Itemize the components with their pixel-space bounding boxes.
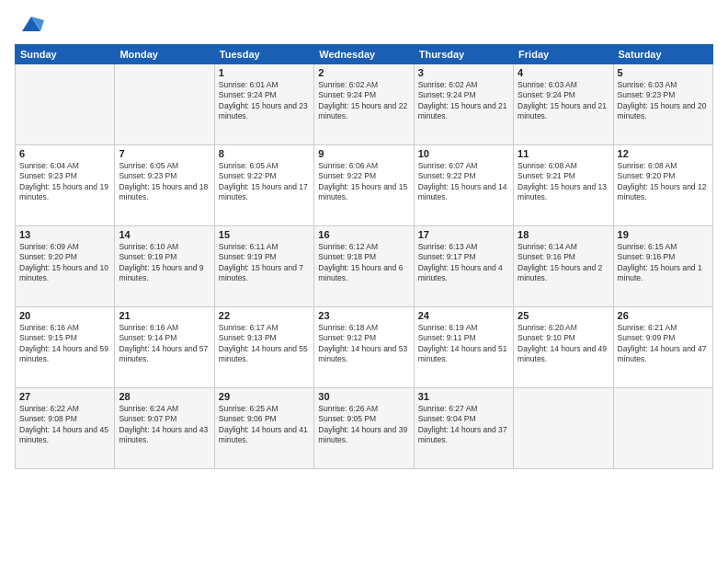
day-number: 21 xyxy=(119,310,210,321)
day-number: 11 xyxy=(518,148,609,159)
day-info: Sunrise: 6:03 AM Sunset: 9:23 PM Dayligh… xyxy=(618,80,709,122)
day-info: Sunrise: 6:24 AM Sunset: 9:07 PM Dayligh… xyxy=(119,404,210,446)
day-number: 6 xyxy=(19,148,110,159)
day-info: Sunrise: 6:27 AM Sunset: 9:04 PM Dayligh… xyxy=(418,404,509,446)
weekday-header: Sunday xyxy=(16,45,115,64)
calendar-cell: 17Sunrise: 6:13 AM Sunset: 9:17 PM Dayli… xyxy=(414,226,513,307)
day-info: Sunrise: 6:14 AM Sunset: 9:16 PM Dayligh… xyxy=(518,242,609,284)
calendar-cell: 28Sunrise: 6:24 AM Sunset: 9:07 PM Dayli… xyxy=(115,388,214,469)
calendar-cell: 27Sunrise: 6:22 AM Sunset: 9:08 PM Dayli… xyxy=(16,388,115,469)
day-info: Sunrise: 6:22 AM Sunset: 9:08 PM Dayligh… xyxy=(19,404,110,446)
calendar-week-row: 27Sunrise: 6:22 AM Sunset: 9:08 PM Dayli… xyxy=(16,388,713,469)
day-info: Sunrise: 6:19 AM Sunset: 9:11 PM Dayligh… xyxy=(418,323,509,365)
calendar-cell: 1Sunrise: 6:01 AM Sunset: 9:24 PM Daylig… xyxy=(214,64,313,145)
day-info: Sunrise: 6:10 AM Sunset: 9:19 PM Dayligh… xyxy=(119,242,210,284)
calendar-cell: 25Sunrise: 6:20 AM Sunset: 9:10 PM Dayli… xyxy=(514,307,613,388)
day-info: Sunrise: 6:07 AM Sunset: 9:22 PM Dayligh… xyxy=(418,161,509,203)
calendar-cell: 24Sunrise: 6:19 AM Sunset: 9:11 PM Dayli… xyxy=(414,307,513,388)
day-number: 22 xyxy=(219,310,310,321)
calendar-cell: 11Sunrise: 6:08 AM Sunset: 9:21 PM Dayli… xyxy=(514,145,613,226)
day-number: 7 xyxy=(119,148,210,159)
day-number: 13 xyxy=(19,229,110,240)
calendar: SundayMondayTuesdayWednesdayThursdayFrid… xyxy=(15,44,713,469)
page: SundayMondayTuesdayWednesdayThursdayFrid… xyxy=(0,0,728,563)
calendar-cell: 5Sunrise: 6:03 AM Sunset: 9:23 PM Daylig… xyxy=(613,64,712,145)
weekday-header: Wednesday xyxy=(314,45,414,64)
day-info: Sunrise: 6:13 AM Sunset: 9:17 PM Dayligh… xyxy=(418,242,509,284)
day-number: 15 xyxy=(219,229,310,240)
calendar-week-row: 1Sunrise: 6:01 AM Sunset: 9:24 PM Daylig… xyxy=(16,64,713,145)
day-info: Sunrise: 6:11 AM Sunset: 9:19 PM Dayligh… xyxy=(219,242,310,284)
day-info: Sunrise: 6:18 AM Sunset: 9:12 PM Dayligh… xyxy=(318,323,409,365)
weekday-header: Thursday xyxy=(414,45,513,64)
day-number: 23 xyxy=(318,310,409,321)
day-info: Sunrise: 6:06 AM Sunset: 9:22 PM Dayligh… xyxy=(318,161,409,203)
day-info: Sunrise: 6:04 AM Sunset: 9:23 PM Dayligh… xyxy=(19,161,110,203)
calendar-cell: 15Sunrise: 6:11 AM Sunset: 9:19 PM Dayli… xyxy=(214,226,313,307)
day-number: 24 xyxy=(418,310,509,321)
day-number: 4 xyxy=(518,67,609,78)
day-info: Sunrise: 6:03 AM Sunset: 9:24 PM Dayligh… xyxy=(518,80,609,122)
weekday-header: Monday xyxy=(115,45,214,64)
calendar-cell: 14Sunrise: 6:10 AM Sunset: 9:19 PM Dayli… xyxy=(115,226,214,307)
calendar-cell: 7Sunrise: 6:05 AM Sunset: 9:23 PM Daylig… xyxy=(115,145,214,226)
day-number: 3 xyxy=(418,67,509,78)
calendar-cell: 23Sunrise: 6:18 AM Sunset: 9:12 PM Dayli… xyxy=(314,307,414,388)
day-info: Sunrise: 6:08 AM Sunset: 9:20 PM Dayligh… xyxy=(618,161,709,203)
calendar-cell xyxy=(115,64,214,145)
calendar-cell: 22Sunrise: 6:17 AM Sunset: 9:13 PM Dayli… xyxy=(214,307,313,388)
day-info: Sunrise: 6:16 AM Sunset: 9:14 PM Dayligh… xyxy=(119,323,210,365)
weekday-header-row: SundayMondayTuesdayWednesdayThursdayFrid… xyxy=(16,45,713,64)
day-number: 5 xyxy=(618,67,709,78)
calendar-week-row: 13Sunrise: 6:09 AM Sunset: 9:20 PM Dayli… xyxy=(16,226,713,307)
day-number: 12 xyxy=(618,148,709,159)
calendar-cell: 19Sunrise: 6:15 AM Sunset: 9:16 PM Dayli… xyxy=(613,226,712,307)
day-info: Sunrise: 6:17 AM Sunset: 9:13 PM Dayligh… xyxy=(219,323,310,365)
day-number: 17 xyxy=(418,229,509,240)
calendar-cell: 8Sunrise: 6:05 AM Sunset: 9:22 PM Daylig… xyxy=(214,145,313,226)
day-info: Sunrise: 6:21 AM Sunset: 9:09 PM Dayligh… xyxy=(618,323,709,365)
day-info: Sunrise: 6:08 AM Sunset: 9:21 PM Dayligh… xyxy=(518,161,609,203)
day-info: Sunrise: 6:20 AM Sunset: 9:10 PM Dayligh… xyxy=(518,323,609,365)
day-info: Sunrise: 6:05 AM Sunset: 9:22 PM Dayligh… xyxy=(219,161,310,203)
day-info: Sunrise: 6:16 AM Sunset: 9:15 PM Dayligh… xyxy=(19,323,110,365)
calendar-cell xyxy=(16,64,115,145)
calendar-cell: 31Sunrise: 6:27 AM Sunset: 9:04 PM Dayli… xyxy=(414,388,513,469)
day-number: 26 xyxy=(618,310,709,321)
calendar-cell: 6Sunrise: 6:04 AM Sunset: 9:23 PM Daylig… xyxy=(16,145,115,226)
calendar-cell: 2Sunrise: 6:02 AM Sunset: 9:24 PM Daylig… xyxy=(314,64,414,145)
logo-icon xyxy=(18,11,44,37)
calendar-cell xyxy=(613,388,712,469)
day-info: Sunrise: 6:05 AM Sunset: 9:23 PM Dayligh… xyxy=(119,161,210,203)
day-number: 29 xyxy=(219,391,310,402)
calendar-cell: 26Sunrise: 6:21 AM Sunset: 9:09 PM Dayli… xyxy=(613,307,712,388)
day-number: 18 xyxy=(518,229,609,240)
calendar-cell: 10Sunrise: 6:07 AM Sunset: 9:22 PM Dayli… xyxy=(414,145,513,226)
day-number: 2 xyxy=(318,67,409,78)
day-info: Sunrise: 6:09 AM Sunset: 9:20 PM Dayligh… xyxy=(19,242,110,284)
calendar-cell: 21Sunrise: 6:16 AM Sunset: 9:14 PM Dayli… xyxy=(115,307,214,388)
calendar-cell xyxy=(514,388,613,469)
calendar-cell: 29Sunrise: 6:25 AM Sunset: 9:06 PM Dayli… xyxy=(214,388,313,469)
day-info: Sunrise: 6:26 AM Sunset: 9:05 PM Dayligh… xyxy=(318,404,409,446)
day-info: Sunrise: 6:02 AM Sunset: 9:24 PM Dayligh… xyxy=(418,80,509,122)
header xyxy=(15,11,713,37)
calendar-cell: 30Sunrise: 6:26 AM Sunset: 9:05 PM Dayli… xyxy=(314,388,414,469)
calendar-week-row: 20Sunrise: 6:16 AM Sunset: 9:15 PM Dayli… xyxy=(16,307,713,388)
day-info: Sunrise: 6:02 AM Sunset: 9:24 PM Dayligh… xyxy=(318,80,409,122)
day-number: 1 xyxy=(219,67,310,78)
weekday-header: Saturday xyxy=(613,45,712,64)
calendar-week-row: 6Sunrise: 6:04 AM Sunset: 9:23 PM Daylig… xyxy=(16,145,713,226)
calendar-cell: 4Sunrise: 6:03 AM Sunset: 9:24 PM Daylig… xyxy=(514,64,613,145)
weekday-header: Friday xyxy=(514,45,613,64)
day-info: Sunrise: 6:12 AM Sunset: 9:18 PM Dayligh… xyxy=(318,242,409,284)
calendar-cell: 16Sunrise: 6:12 AM Sunset: 9:18 PM Dayli… xyxy=(314,226,414,307)
day-number: 9 xyxy=(318,148,409,159)
calendar-cell: 18Sunrise: 6:14 AM Sunset: 9:16 PM Dayli… xyxy=(514,226,613,307)
day-number: 30 xyxy=(318,391,409,402)
calendar-cell: 3Sunrise: 6:02 AM Sunset: 9:24 PM Daylig… xyxy=(414,64,513,145)
calendar-cell: 13Sunrise: 6:09 AM Sunset: 9:20 PM Dayli… xyxy=(16,226,115,307)
day-number: 31 xyxy=(418,391,509,402)
logo xyxy=(15,11,44,37)
day-info: Sunrise: 6:25 AM Sunset: 9:06 PM Dayligh… xyxy=(219,404,310,446)
